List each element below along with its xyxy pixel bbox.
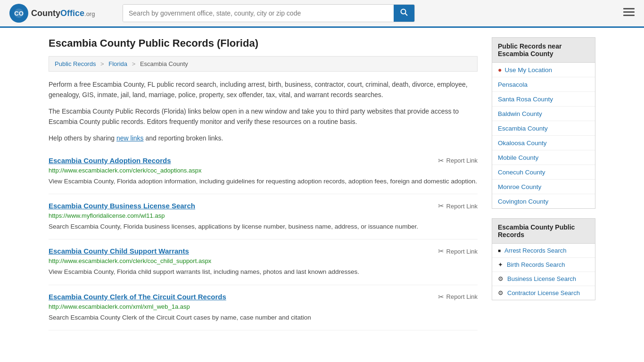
svg-rect-6 (623, 11, 635, 13)
nearby-covington[interactable]: Covington County (492, 194, 595, 208)
new-links-link[interactable]: new links (116, 134, 144, 142)
nearby-okaloosa[interactable]: Okaloosa County (492, 136, 595, 150)
search-input[interactable] (123, 5, 394, 22)
record-url: https://www.myfloridalicense.com/wl11.as… (49, 212, 478, 219)
record-desc: Search Escambia County Clerk of the Circ… (49, 313, 478, 322)
record-business-license[interactable]: ⚙ Business License Search (492, 272, 595, 286)
record-desc: View Escambia County, Florida adoption i… (49, 177, 478, 186)
breadcrumb-public-records[interactable]: Public Records (55, 60, 96, 67)
breadcrumb-current: Escambia County (140, 60, 188, 67)
record-contractor[interactable]: ⚙ Contractor License Search (492, 286, 595, 300)
business-icon: ⚙ (498, 275, 504, 282)
scissors-icon: ✂ (438, 247, 444, 255)
arrest-icon: ■ (498, 248, 501, 253)
record-desc: View Escambia County, Florida child supp… (49, 267, 478, 277)
search-bar[interactable] (123, 4, 415, 22)
record-title[interactable]: Escambia County Clerk of The Circuit Cou… (49, 293, 226, 301)
record-title[interactable]: Escambia County Business License Search (49, 202, 195, 210)
record-desc: Search Escambia County, Florida business… (49, 222, 478, 231)
contractor-icon: ⚙ (498, 289, 504, 296)
logo-text: CountyOffice.org (31, 8, 95, 18)
nearby-monroe[interactable]: Monroe County (492, 180, 595, 194)
search-button[interactable] (394, 5, 414, 22)
svg-text:CO: CO (14, 10, 24, 17)
svg-rect-5 (623, 8, 635, 9)
sidebar: Public Records near Escambia County ● Us… (492, 37, 595, 330)
nearby-list: ● Use My Location Pensacola Santa Rosa C… (492, 63, 595, 209)
pin-icon: ● (498, 66, 502, 74)
record-arrest[interactable]: ■ Arrest Records Search (492, 244, 595, 258)
report-link[interactable]: ✂ Report Link (438, 293, 478, 301)
record-title[interactable]: Escambia County Adoption Records (49, 156, 171, 165)
page-title: Escambia County Public Records (Florida) (49, 37, 478, 49)
svg-rect-7 (623, 15, 635, 16)
record-item: Escambia County Clerk of The Circuit Cou… (49, 285, 478, 330)
nearby-mobile[interactable]: Mobile County (492, 150, 595, 165)
nearby-santa-rosa[interactable]: Santa Rosa County (492, 92, 595, 107)
report-link-label: Report Link (446, 157, 478, 164)
description-3: Help others by sharing new links and rep… (49, 133, 478, 143)
county-records-list: ■ Arrest Records Search ✦ Birth Records … (492, 244, 595, 300)
record-url: http://www.escambiaclerk.com/clerk/coc_a… (49, 167, 478, 174)
record-url: http://www.escambiaclerk.com/xml/xml_web… (49, 303, 478, 310)
nearby-conecuh[interactable]: Conecuh County (492, 165, 595, 180)
nearby-section: Public Records near Escambia County ● Us… (492, 37, 595, 209)
breadcrumb-florida[interactable]: Florida (108, 60, 127, 67)
description-1: Perform a free Escambia County, FL publi… (49, 79, 478, 100)
records-list: Escambia County Adoption Records ✂ Repor… (49, 149, 478, 330)
report-link-label: Report Link (446, 293, 478, 300)
record-title[interactable]: Escambia County Child Support Warrants (49, 247, 189, 255)
description-2: The Escambia County Public Records (Flor… (49, 106, 478, 127)
record-item: Escambia County Child Support Warrants ✂… (49, 239, 478, 285)
report-link[interactable]: ✂ Report Link (438, 202, 478, 210)
svg-line-4 (405, 14, 408, 16)
record-url: http://www.escambiaclerk.com/clerk/coc_c… (49, 257, 478, 264)
report-link[interactable]: ✂ Report Link (438, 156, 478, 165)
record-item: Escambia County Business License Search … (49, 194, 478, 239)
county-records-section: Escambia County Public Records ■ Arrest … (492, 218, 595, 300)
svg-point-3 (401, 9, 406, 14)
logo-icon: CO (9, 4, 28, 23)
menu-icon[interactable] (623, 7, 635, 19)
birth-icon: ✦ (498, 261, 503, 268)
report-link-label: Report Link (446, 248, 478, 255)
main-container: Escambia County Public Records (Florida)… (39, 28, 605, 340)
logo-area: CO CountyOffice.org (9, 4, 113, 23)
main-content: Escambia County Public Records (Florida)… (49, 37, 478, 330)
scissors-icon: ✂ (438, 293, 444, 301)
use-my-location-link[interactable]: Use My Location (504, 66, 552, 74)
record-birth[interactable]: ✦ Birth Records Search (492, 258, 595, 272)
use-my-location-item[interactable]: ● Use My Location (492, 63, 595, 77)
nearby-pensacola[interactable]: Pensacola (492, 77, 595, 92)
report-link-label: Report Link (446, 203, 478, 210)
nearby-escambia[interactable]: Escambia County (492, 121, 595, 136)
scissors-icon: ✂ (438, 156, 444, 165)
county-records-header: Escambia County Public Records (492, 218, 595, 244)
site-header: CO CountyOffice.org (0, 0, 644, 28)
breadcrumb: Public Records > Florida > Escambia Coun… (49, 56, 478, 72)
nearby-header: Public Records near Escambia County (492, 37, 595, 63)
record-item: Escambia County Adoption Records ✂ Repor… (49, 149, 478, 194)
scissors-icon: ✂ (438, 202, 444, 210)
report-link[interactable]: ✂ Report Link (438, 247, 478, 255)
nearby-baldwin[interactable]: Baldwin County (492, 107, 595, 121)
